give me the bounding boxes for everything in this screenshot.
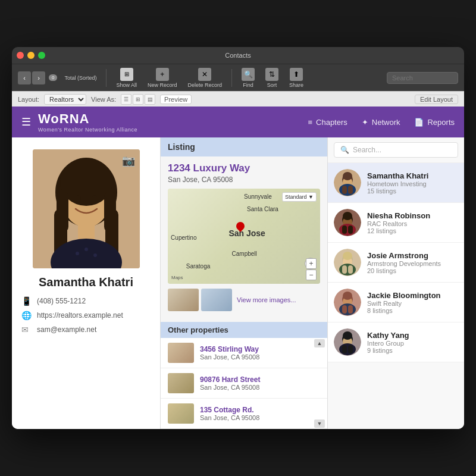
agent-card-2[interactable]: Josie Armstrong Armstrong Developments 2… xyxy=(328,243,464,283)
agent-name-0: Samantha Khatri xyxy=(367,171,458,180)
agent-name-4: Kathy Yang xyxy=(367,331,458,340)
show-all-button[interactable]: ⊞ Show All xyxy=(112,65,140,90)
total-sorted-button[interactable]: Total (Sorted) xyxy=(61,73,100,83)
edit-layout-button[interactable]: Edit Layout xyxy=(415,95,458,104)
property-thumb-2 xyxy=(168,403,194,424)
svg-point-46 xyxy=(343,331,352,340)
agent-avatar-svg-4 xyxy=(334,328,361,356)
property-item-0[interactable]: 3456 Stirling Way San Jose, CA 95008 xyxy=(161,338,327,368)
svg-point-33 xyxy=(339,264,356,275)
agent-info-2: Josie Armstrong Armstrong Developments 2… xyxy=(367,251,458,274)
brand-tagline: Women's Realtor Networking Alliance xyxy=(38,127,137,133)
preview-button[interactable]: Preview xyxy=(160,95,192,104)
record-badge: 0 xyxy=(49,74,57,81)
property-info-0: 3456 Stirling Way San Jose, CA 95008 xyxy=(200,345,320,361)
property-item-1[interactable]: 90876 Hard Street San Jose, CA 95008 xyxy=(161,368,327,399)
titlebar: Contacts xyxy=(12,47,464,64)
view-more-link[interactable]: View more images... xyxy=(237,296,296,303)
agent-avatar-svg-2 xyxy=(334,249,361,276)
agent-avatar-svg-0 xyxy=(334,169,361,196)
layoutbar: Layout: Realtors View As: ☰ ⊞ ▤ Preview … xyxy=(12,91,464,107)
list-view-icon[interactable]: ☰ xyxy=(121,94,131,105)
scroll-up-button[interactable]: ▲ xyxy=(314,339,325,347)
property-info-2: 135 Cottage Rd. San Jose, CA 95008 xyxy=(200,406,320,421)
map-label-santa-clara: Santa Clara xyxy=(247,206,278,212)
property-thumb-1 xyxy=(168,373,194,393)
back-button[interactable]: ‹ xyxy=(18,71,31,84)
svg-point-40 xyxy=(339,303,356,315)
show-all-icon: ⊞ xyxy=(120,68,133,81)
svg-rect-28 xyxy=(348,226,353,234)
agent-search-box[interactable]: 🔍 Search... xyxy=(334,142,458,158)
brand-name: WoRNA xyxy=(38,111,137,127)
sort-button[interactable]: ⇅ Sort xyxy=(262,65,282,90)
svg-rect-42 xyxy=(348,305,353,314)
agent-name-3: Jackie Bloomington xyxy=(367,291,458,300)
listing-content: 1234 Luxury Way San Jose, CA 95008 xyxy=(161,156,327,322)
new-record-button[interactable]: + New Record xyxy=(144,65,181,90)
forward-button[interactable]: › xyxy=(32,71,45,84)
minimize-button[interactable] xyxy=(27,52,35,59)
right-panel: 🔍 Search... xyxy=(327,137,464,429)
thumb-1[interactable] xyxy=(168,289,199,311)
close-button[interactable] xyxy=(17,52,24,59)
map-standard-button[interactable]: Standard ▼ xyxy=(282,192,317,202)
listing-header: Listing xyxy=(161,137,327,156)
agent-card-1[interactable]: Niesha Robinson RAC Realtors 12 listings xyxy=(328,203,464,243)
zoom-in-button[interactable]: + xyxy=(306,258,317,269)
reports-label: Reports xyxy=(427,118,455,127)
agent-info-4: Kathy Yang Intero Group 9 listings xyxy=(367,331,458,354)
agent-avatar-svg-3 xyxy=(334,289,361,316)
agent-avatar-0 xyxy=(334,169,361,196)
property-city-2: San Jose, CA 95008 xyxy=(200,414,320,421)
agent-card-3[interactable]: Jackie Bloomington Swift Realty 8 listin… xyxy=(328,283,464,322)
phone-row: 📱 (408) 555-1212 xyxy=(21,296,151,306)
svg-point-19 xyxy=(339,184,356,196)
agent-avatar-3 xyxy=(334,289,361,316)
nav-network[interactable]: ✦ Network xyxy=(362,118,400,127)
agent-list: Samantha Khatri Hometown Investing 15 li… xyxy=(328,163,464,362)
scroll-down-button[interactable]: ▼ xyxy=(314,419,325,428)
agent-listings-0: 15 listings xyxy=(367,187,458,195)
map-label-san-jose: San Jose xyxy=(228,228,265,238)
svg-point-18 xyxy=(343,172,352,180)
toolbar-search-input[interactable] xyxy=(387,72,458,84)
photo-area: 📷 xyxy=(33,149,140,268)
app-nav: ≡ Chapters ✦ Network 📄 Reports xyxy=(308,118,455,127)
zoom-out-button[interactable]: − xyxy=(306,270,317,280)
delete-record-button[interactable]: ✕ Delete Record xyxy=(184,65,226,90)
agent-listings-1: 12 listings xyxy=(367,227,458,234)
toolbar-search-area xyxy=(387,72,458,84)
agent-card-4[interactable]: Kathy Yang Intero Group 9 listings xyxy=(328,322,464,362)
agent-company-2: Armstrong Developments xyxy=(367,260,458,267)
svg-point-47 xyxy=(339,343,356,355)
hamburger-icon[interactable]: ☰ xyxy=(21,115,31,129)
property-item-2[interactable]: 135 Cottage Rd. San Jose, CA 95008 xyxy=(161,399,327,429)
agent-listings-3: 8 listings xyxy=(367,307,458,314)
view-as-label: View As: xyxy=(91,96,116,103)
maximize-button[interactable] xyxy=(38,52,45,59)
agent-company-3: Swift Realty xyxy=(367,300,458,307)
share-button[interactable]: ⬆ Share xyxy=(286,65,307,90)
agent-company-0: Hometown Investing xyxy=(367,180,458,187)
property-thumb-0 xyxy=(168,343,194,363)
nav-chapters[interactable]: ≡ Chapters xyxy=(308,118,347,127)
camera-icon[interactable]: 📷 xyxy=(122,154,135,167)
agent-info-1: Niesha Robinson RAC Realtors 12 listings xyxy=(367,211,458,234)
map-standard-label: Standard ▼ xyxy=(285,194,314,200)
agent-avatar-4 xyxy=(334,328,361,356)
map-label-cupertino: Cupertino xyxy=(171,234,196,241)
svg-point-12 xyxy=(93,253,97,257)
grid-view-icon[interactable]: ⊞ xyxy=(133,94,143,105)
find-button[interactable]: 🔍 Find xyxy=(238,65,258,90)
nav-reports[interactable]: 📄 Reports xyxy=(414,118,455,127)
agent-card-0[interactable]: Samantha Khatri Hometown Investing 15 li… xyxy=(328,163,464,203)
main-content: 📷 Samantha Khatri 📱 (408) 555-1212 🌐 htt… xyxy=(12,137,464,429)
agent-avatar-1 xyxy=(334,209,361,236)
app-header: ☰ WoRNA Women's Realtor Networking Allia… xyxy=(12,107,464,137)
brand: WoRNA Women's Realtor Networking Allianc… xyxy=(38,111,137,133)
divider2 xyxy=(231,69,232,87)
layout-select[interactable]: Realtors xyxy=(44,94,86,105)
table-view-icon[interactable]: ▤ xyxy=(145,94,155,105)
thumb-2[interactable] xyxy=(201,289,232,311)
